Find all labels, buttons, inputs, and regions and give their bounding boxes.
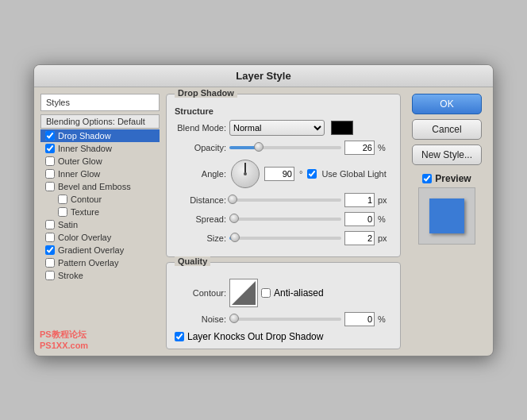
anti-aliased-label: Anti-aliased (274, 287, 324, 299)
use-global-light-checkbox[interactable] (307, 169, 317, 179)
layer-knocks-out-checkbox[interactable] (175, 332, 184, 341)
spread-row: Spread: % (175, 212, 392, 226)
left-panel: Styles Blending Options: Default Drop Sh… (40, 94, 160, 349)
preview-label-row: Preview (422, 173, 471, 184)
distance-input[interactable] (344, 193, 375, 207)
sidebar-item-drop-shadow[interactable]: Drop Shadow (40, 129, 160, 142)
sidebar-item-bevel-emboss[interactable]: Bevel and Emboss (40, 180, 160, 193)
distance-slider[interactable] (229, 198, 341, 202)
blend-mode-row: Blend Mode: Normal Multiply Screen (175, 120, 392, 136)
opacity-row: Opacity: % (175, 141, 392, 155)
spread-slider-thumb[interactable] (229, 214, 239, 223)
opacity-slider[interactable] (229, 146, 341, 149)
contour-label: Contour: (175, 288, 226, 298)
blending-options-label: Blending Options: Default (46, 117, 145, 126)
anti-aliased-checkbox[interactable] (261, 288, 271, 298)
preview-blue-square (429, 198, 464, 233)
color-swatch[interactable] (331, 121, 353, 135)
size-label: Size: (175, 233, 226, 243)
new-style-button[interactable]: New Style... (412, 144, 482, 165)
distance-slider-thumb[interactable] (228, 195, 237, 204)
noise-input[interactable] (344, 312, 375, 326)
spread-input[interactable] (344, 212, 375, 226)
effect-checkbox-inner-shadow[interactable] (45, 144, 55, 153)
noise-slider-thumb[interactable] (229, 314, 239, 323)
effect-checkbox-gradient-overlay[interactable] (45, 245, 55, 255)
contour-row: Contour: Anti-aliased (175, 279, 392, 307)
blend-mode-select[interactable]: Normal Multiply Screen (229, 120, 325, 136)
size-input[interactable] (344, 231, 375, 245)
quality-section: Quality Contour: Anti-aliased (166, 262, 401, 349)
effect-checkbox-pattern-overlay[interactable] (45, 258, 55, 268)
styles-label: Styles (46, 98, 70, 107)
effect-label-drop-shadow: Drop Shadow (58, 131, 111, 141)
contour-svg (232, 281, 256, 305)
spread-label: Spread: (175, 214, 226, 224)
sidebar-item-gradient-overlay[interactable]: Gradient Overlay (40, 244, 160, 256)
sidebar-item-inner-shadow[interactable]: Inner Shadow (40, 142, 160, 155)
angle-row: Angle: ° Use Global Light (175, 160, 392, 188)
effect-checkbox-color-overlay[interactable] (45, 233, 55, 242)
effect-label-inner-shadow: Inner Shadow (58, 144, 112, 153)
effect-label-bevel-emboss: Bevel and Emboss (58, 182, 131, 191)
quality-section-title: Quality (175, 256, 210, 266)
sidebar-item-stroke[interactable]: Stroke (40, 269, 160, 282)
ok-button[interactable]: OK (412, 94, 482, 114)
effect-checkbox-inner-glow[interactable] (45, 169, 55, 179)
opacity-slider-thumb[interactable] (254, 142, 264, 152)
sidebar-item-contour[interactable]: Contour (40, 193, 160, 206)
distance-row: Distance: px (175, 193, 392, 207)
blend-mode-label: Blend Mode: (175, 123, 226, 133)
sidebar-item-color-overlay[interactable]: Color Overlay (40, 231, 160, 244)
dial-center (244, 172, 247, 175)
preview-label: Preview (435, 173, 471, 184)
sidebar-item-pattern-overlay[interactable]: Pattern Overlay (40, 256, 160, 269)
watermark: PS教程论坛PS1XX.com (40, 329, 88, 350)
angle-input[interactable] (264, 167, 294, 181)
effect-label-color-overlay: Color Overlay (58, 233, 111, 242)
size-slider[interactable] (229, 237, 341, 240)
angle-dial[interactable] (231, 160, 260, 188)
sidebar-item-inner-glow[interactable]: Inner Glow (40, 168, 160, 180)
layer-knocks-out-row: Layer Knocks Out Drop Shadow (175, 331, 392, 342)
dialog-title: Layer Style (34, 65, 493, 87)
opacity-label: Opacity: (175, 143, 226, 152)
right-panel: OK Cancel New Style... Preview (407, 94, 487, 349)
size-unit: px (378, 233, 392, 243)
opacity-unit: % (378, 143, 392, 152)
effect-checkbox-contour[interactable] (58, 195, 67, 204)
opacity-input[interactable] (344, 141, 375, 155)
spread-unit: % (378, 214, 392, 224)
drop-shadow-section: Drop Shadow Structure Blend Mode: Normal… (166, 94, 401, 257)
effect-checkbox-drop-shadow[interactable] (45, 131, 55, 141)
effect-label-stroke: Stroke (58, 271, 83, 280)
size-slider-thumb[interactable] (230, 233, 240, 242)
contour-preview[interactable] (229, 279, 258, 307)
sidebar-item-outer-glow[interactable]: Outer Glow (40, 155, 160, 168)
effect-checkbox-satin[interactable] (45, 220, 55, 229)
layer-knocks-out-label: Layer Knocks Out Drop Shadow (187, 331, 323, 342)
effect-checkbox-outer-glow[interactable] (45, 156, 55, 166)
sidebar-item-satin[interactable]: Satin (40, 218, 160, 231)
effect-label-texture: Texture (71, 207, 99, 217)
effect-label-inner-glow: Inner Glow (58, 169, 100, 179)
structure-title: Structure (175, 106, 213, 116)
preview-section: Preview (418, 173, 475, 245)
effect-checkbox-bevel-emboss[interactable] (45, 182, 55, 191)
effect-checkbox-texture[interactable] (58, 207, 67, 217)
noise-unit: % (378, 314, 392, 324)
middle-panel: Drop Shadow Structure Blend Mode: Normal… (166, 94, 401, 349)
size-row: Size: px (175, 231, 392, 245)
cancel-button[interactable]: Cancel (412, 119, 482, 140)
preview-checkbox[interactable] (422, 174, 432, 183)
effect-label-gradient-overlay: Gradient Overlay (58, 245, 124, 255)
styles-section[interactable]: Styles (40, 94, 160, 111)
distance-unit: px (378, 195, 392, 205)
noise-label: Noise: (175, 314, 226, 324)
sidebar-item-texture[interactable]: Texture (40, 206, 160, 218)
spread-slider[interactable] (229, 218, 341, 221)
noise-slider[interactable] (229, 318, 341, 321)
blending-options-item[interactable]: Blending Options: Default (40, 114, 160, 129)
effect-checkbox-stroke[interactable] (45, 271, 55, 280)
effect-label-pattern-overlay: Pattern Overlay (58, 258, 118, 268)
